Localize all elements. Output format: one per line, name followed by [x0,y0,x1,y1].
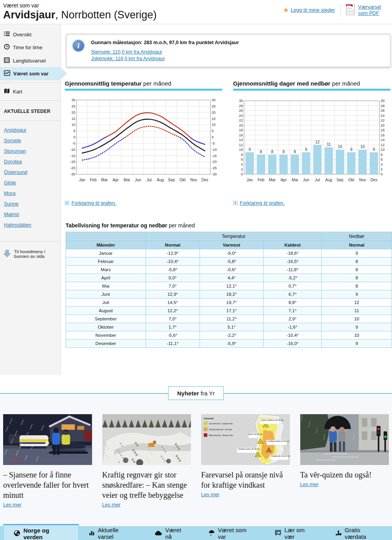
sidebar-item-langtidsvarsel[interactable]: Langtidsvarsel [0,54,61,67]
station-link-stensele[interactable]: Stensele: 110,0 km fra Arvidsjaur [91,49,239,55]
value-cell: 11 [322,307,392,315]
svg-text:8: 8 [381,153,383,157]
news-headline[interactable]: Kraftig regnvær gir stor snøskredfare: –… [102,470,191,500]
value-cell: 7,0° [146,315,200,323]
place-link-gl-te[interactable]: Glöte [4,180,57,186]
to-main-menu-link[interactable]: Til hovedmeny ibunnen av sida [0,244,61,264]
sidebar-item-oversikt[interactable]: Oversikt [0,28,61,41]
place-link-mora[interactable]: Mora [4,190,57,196]
current-places-heading: AKTUELLE STEDER [0,103,61,118]
news-image-people-umbrella-rain[interactable] [300,414,389,465]
add-to-my-places-link[interactable]: ★ Legg til mine steder [283,6,335,14]
place-link-sunne[interactable]: Sunne [4,201,57,207]
precipitation-chart-section: Gjennomsnittlig dager med nedbør per mån… [233,80,390,206]
value-cell: 12,1° [200,282,264,290]
news-headline[interactable]: Farevarsel på oransje nivå for kraftige … [201,470,290,490]
bottom-nav-gratis-v-rdata[interactable]: Gratis værdata [325,527,392,540]
month-cell: Februar [66,257,146,266]
svg-text:11: 11 [327,142,331,147]
svg-text:Des: Des [201,178,208,182]
value-cell: 12,2° [146,307,200,315]
news-image-avalanche-snow[interactable] [102,414,191,465]
weather-pdf-link[interactable]: Værvarsel som PDF [358,4,390,17]
svg-text:8: 8 [260,150,262,154]
table-row: Oktober1,7°5,1°-1,6°9 [66,323,392,331]
value-cell: -1,6° [264,323,322,331]
read-more-link[interactable]: Les mer [201,492,219,497]
svg-text:Okt: Okt [348,178,355,182]
bottom-nav-l-r-om-v-r[interactable]: Lær om vær [265,527,325,540]
place-link-arvidsjaur[interactable]: Arvidsjaur [4,127,57,133]
value-cell: 19,7° [200,299,264,307]
svg-text:30: 30 [71,98,75,102]
value-cell: 9 [322,249,392,257]
read-more-link[interactable]: Les mer [102,502,121,508]
value-cell: 8 [322,266,392,274]
svg-text:2: 2 [241,167,243,171]
temperature-group-header: Temperatur [146,232,321,241]
bottom-nav-aktuelle-varsel[interactable]: Aktuelle varsel [79,527,145,540]
bottom-nav-v-ret-n-[interactable]: Været nå [144,527,198,540]
svg-text:30: 30 [212,98,216,102]
board-icon [275,530,281,537]
place-link-storuman[interactable]: Storuman [4,148,57,154]
place-link-malm-[interactable]: Malmö [4,211,57,217]
svg-text:Oransje farenivå - stor fare: Oransje farenivå - stor fare [209,428,232,431]
svg-text:Mar: Mar [101,178,108,182]
sidebar-item-time-for-time[interactable]: Time for time [0,41,61,54]
chart-explanation-link[interactable]: Forklaring til grafen. [71,200,116,206]
sidebar: OversiktTime for timeLangtidsvarselVæret… [0,24,61,375]
value-cell: 12 [322,299,392,307]
month-cell: August [66,307,146,315]
chart-explanation-link[interactable]: Forklaring til grafen. [240,200,285,206]
table-row: Juni12,9°18,2°6,7°9 [66,290,392,299]
svg-text:Jun: Jun [303,178,309,182]
news-image-warning-map[interactable]: Lokale vindkast rundt 35 m/sLokale vindk… [201,414,290,465]
column-header: Kaldest [264,241,322,249]
place-link-sorsele[interactable]: Sorsele [4,138,57,143]
value-cell: -11,1° [146,340,200,348]
svg-text:22: 22 [381,118,385,122]
svg-text:4: 4 [381,163,383,166]
svg-text:26: 26 [381,109,385,113]
sidebar-item-kart[interactable]: Kart [0,85,61,98]
svg-text:10: 10 [381,148,385,152]
svg-text:26: 26 [239,109,243,113]
station-link-jokkmokk[interactable]: Jokkmokk: 116,0 km fra Arvidsjaur [91,56,239,61]
value-cell: -5,2° [264,274,322,282]
place-link-dorotea[interactable]: Dorotea [4,159,57,165]
svg-text:Des: Des [371,178,378,182]
expand-icon: + [65,201,69,205]
news-headline[interactable]: Ta vêr-quizen du også! [300,470,389,480]
news-image-night-rescue-snowmobile[interactable] [3,414,92,465]
column-header: Måneder [66,241,146,249]
sidebar-item-v-ret-som-var[interactable]: Været som var [0,67,61,80]
place-link--stersund[interactable]: Östersund [4,169,57,175]
value-cell: 17,1° [200,307,264,315]
down-arrow-icon [3,249,11,259]
read-more-link[interactable]: Les mer [3,502,21,508]
nav-label: Aktuelle varsel [98,527,135,540]
column-header: Normal [322,241,392,249]
value-cell: 0,0° [146,274,200,282]
svg-text:PDF: PDF [347,5,351,7]
svg-text:16: 16 [381,133,385,137]
nav-label: Gratis værdata [345,527,382,540]
value-cell: 10 [322,315,392,323]
value-cell: -11,8° [264,266,322,274]
svg-text:15: 15 [71,117,75,121]
news-headline[interactable]: – Sjansene for å finne overlevende falle… [3,470,92,500]
calendar-icon [4,57,10,64]
nav-label: Norge og verden [23,527,68,540]
svg-text:-20: -20 [70,160,75,164]
svg-text:12: 12 [239,143,243,147]
place-link-hahnst-tten[interactable]: Hahnstätten [4,222,57,228]
table-row: Juli14,5°19,7°8,8°12 [66,299,392,307]
news-card: Lokale vindkast rundt 35 m/sLokale vindk… [201,414,290,508]
read-more-link[interactable]: Les mer [300,481,319,487]
svg-text:6: 6 [241,157,243,161]
svg-text:9: 9 [350,147,353,152]
bottom-nav-norge-og-verden[interactable]: Norge og verden [3,524,79,540]
accent-underline [233,89,390,91]
bottom-nav-v-ret-som-var[interactable]: Været som var [198,527,265,540]
